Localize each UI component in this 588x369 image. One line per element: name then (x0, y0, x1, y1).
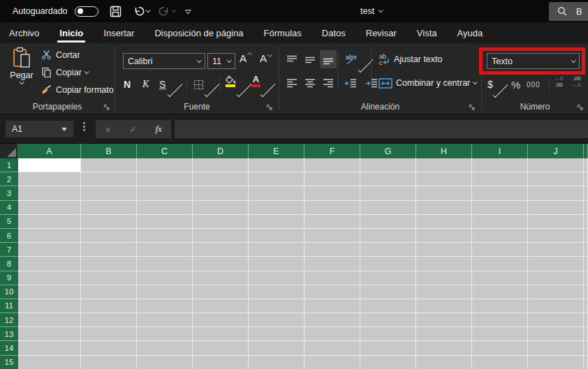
cell-H11[interactable] (416, 299, 472, 313)
paste-button[interactable]: Pegar (6, 47, 38, 100)
cell-I1[interactable] (472, 158, 528, 172)
column-header-D[interactable]: D (193, 144, 249, 158)
wrap-text-button[interactable]: abc Ajustar texto (378, 50, 442, 68)
select-all-corner[interactable] (0, 144, 18, 158)
cell-A10[interactable] (18, 285, 81, 299)
cell-G9[interactable] (360, 271, 416, 285)
cell-A11[interactable] (18, 299, 81, 313)
percent-button[interactable]: % (511, 75, 520, 93)
row-header-14[interactable]: 14 (0, 341, 18, 355)
row-header-5[interactable]: 5 (0, 215, 18, 229)
cell-B8[interactable] (81, 257, 137, 271)
cell-C9[interactable] (137, 271, 193, 285)
save-button[interactable] (110, 6, 122, 17)
row-header-10[interactable]: 10 (0, 285, 18, 299)
column-header-B[interactable]: B (81, 144, 137, 158)
cell-J14[interactable] (528, 341, 584, 355)
row-header-9[interactable]: 9 (0, 271, 18, 285)
cell-J15[interactable] (528, 356, 584, 369)
font-size-combo[interactable]: 11 (207, 53, 235, 69)
row-header-3[interactable]: 3 (0, 186, 18, 200)
cell-E13[interactable] (249, 327, 304, 341)
cell-H8[interactable] (416, 257, 472, 271)
cell-C6[interactable] (137, 229, 193, 243)
cell-D2[interactable] (193, 172, 249, 186)
insert-function-button[interactable]: fx (155, 123, 161, 135)
cell-I7[interactable] (472, 243, 528, 257)
cell-E2[interactable] (249, 172, 304, 186)
cell-D14[interactable] (193, 341, 249, 355)
borders-button[interactable] (193, 75, 204, 93)
cell-D6[interactable] (193, 229, 249, 243)
cell-B4[interactable] (81, 201, 137, 215)
cell-C1[interactable] (137, 158, 193, 172)
cell-E14[interactable] (249, 341, 304, 355)
cell-F9[interactable] (304, 271, 360, 285)
tab-fórmulas[interactable]: Fórmulas (264, 22, 302, 43)
tab-insertar[interactable]: Insertar (103, 22, 134, 43)
cell-D9[interactable] (193, 271, 249, 285)
shrink-font-button[interactable]: A (260, 52, 272, 64)
cell-D3[interactable] (193, 186, 249, 200)
currency-button[interactable]: $ (487, 75, 493, 93)
cell-B3[interactable] (81, 186, 137, 200)
cell-J9[interactable] (528, 271, 584, 285)
cell-A4[interactable] (18, 201, 81, 215)
column-header-G[interactable]: G (360, 144, 416, 158)
cell-I11[interactable] (472, 299, 528, 313)
row-header-4[interactable]: 4 (0, 201, 18, 215)
alignment-dialog-launcher[interactable] (469, 104, 476, 111)
decrease-decimal-button[interactable]: ,00 →,0 (571, 75, 581, 93)
cell-G12[interactable] (360, 313, 416, 327)
cut-button[interactable]: Cortar (41, 49, 114, 61)
cell-B5[interactable] (81, 215, 137, 229)
cell-E5[interactable] (249, 215, 304, 229)
comma-style-button[interactable]: 000 (527, 75, 541, 93)
column-header-J[interactable]: J (528, 144, 584, 158)
cell-D5[interactable] (193, 215, 249, 229)
column-header-E[interactable]: E (249, 144, 304, 158)
cell-J8[interactable] (528, 257, 584, 271)
cell-E9[interactable] (249, 271, 304, 285)
cell-B14[interactable] (81, 341, 137, 355)
cell-C4[interactable] (137, 201, 193, 215)
cell-A12[interactable] (18, 313, 81, 327)
align-top-button[interactable] (284, 50, 300, 68)
cell-E8[interactable] (249, 257, 304, 271)
column-header-I[interactable]: I (472, 144, 528, 158)
cell-D15[interactable] (193, 356, 249, 369)
cell-E15[interactable] (249, 356, 304, 369)
cell-F5[interactable] (304, 215, 360, 229)
cell-J11[interactable] (528, 299, 584, 313)
align-center-button[interactable] (302, 74, 318, 92)
cell-C10[interactable] (137, 285, 193, 299)
column-header-C[interactable]: C (137, 144, 193, 158)
tab-disposición-de-página[interactable]: Disposición de página (154, 22, 243, 43)
font-name-combo[interactable]: Calibri (123, 53, 205, 69)
cell-F7[interactable] (304, 243, 360, 257)
cell-H1[interactable] (416, 158, 472, 172)
row-header-11[interactable]: 11 (0, 299, 18, 313)
cell-E10[interactable] (249, 285, 304, 299)
borders-dropdown-icon[interactable] (204, 82, 219, 97)
cell-J6[interactable] (528, 229, 584, 243)
row-header-8[interactable]: 8 (0, 257, 18, 271)
cell-A9[interactable] (18, 271, 81, 285)
font-dialog-launcher[interactable] (266, 104, 273, 111)
cell-E1[interactable] (249, 158, 304, 172)
cell-A3[interactable] (18, 186, 81, 200)
cell-J12[interactable] (528, 313, 584, 327)
cancel-button[interactable]: × (105, 123, 111, 135)
tab-datos[interactable]: Datos (322, 22, 346, 43)
cell-B10[interactable] (81, 285, 137, 299)
search-box[interactable]: B (549, 2, 588, 21)
cell-H10[interactable] (416, 285, 472, 299)
row-header-15[interactable]: 15 (0, 356, 18, 369)
cell-A1[interactable] (18, 158, 81, 172)
tab-archivo[interactable]: Archivo (9, 22, 39, 43)
row-header-6[interactable]: 6 (0, 229, 18, 243)
cell-I15[interactable] (472, 356, 528, 369)
cell-F6[interactable] (304, 229, 360, 243)
cell-J4[interactable] (528, 201, 584, 215)
currency-dropdown-icon[interactable] (492, 82, 508, 98)
